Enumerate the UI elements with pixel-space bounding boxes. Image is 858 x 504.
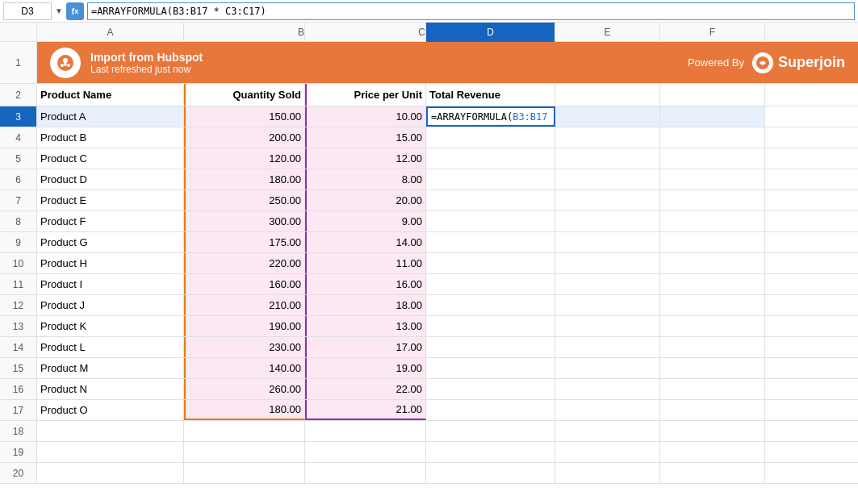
cell-a-14[interactable]: Product L bbox=[37, 337, 184, 357]
cell-b-18[interactable] bbox=[184, 421, 305, 441]
cell-a-17[interactable]: Product O bbox=[37, 400, 184, 420]
cell-b-17[interactable]: 180.00 bbox=[184, 400, 305, 420]
cell-a-15[interactable]: Product M bbox=[37, 358, 184, 378]
cell-b-7[interactable]: 250.00 bbox=[184, 190, 305, 210]
cell-a-20[interactable] bbox=[37, 463, 184, 483]
col-header-e[interactable]: E bbox=[555, 23, 660, 42]
cell-b-16[interactable]: 260.00 bbox=[184, 379, 305, 399]
cell-d-14[interactable] bbox=[426, 337, 555, 357]
cell-e-6[interactable] bbox=[555, 169, 660, 190]
cell-e-15[interactable] bbox=[555, 358, 660, 378]
cell-d-5[interactable] bbox=[426, 148, 555, 169]
cell-d-7[interactable] bbox=[426, 190, 555, 210]
cell-a-16[interactable]: Product N bbox=[37, 379, 184, 399]
cell-c-10[interactable]: 11.00 bbox=[305, 253, 426, 273]
cell-c-14[interactable]: 17.00 bbox=[305, 337, 426, 357]
cell-f-8[interactable] bbox=[660, 211, 765, 231]
cell-c-4[interactable]: 15.00 bbox=[305, 127, 426, 148]
cell-f-16[interactable] bbox=[660, 379, 765, 399]
cell-c-19[interactable] bbox=[305, 442, 426, 462]
cell-e-7[interactable] bbox=[555, 190, 660, 210]
cell-e-9[interactable] bbox=[555, 232, 660, 252]
cell-d-12[interactable] bbox=[426, 295, 555, 315]
cell-d-10[interactable] bbox=[426, 253, 555, 273]
cell-f-10[interactable] bbox=[660, 253, 765, 273]
cell-f-12[interactable] bbox=[660, 295, 765, 315]
cell-b-15[interactable]: 140.00 bbox=[184, 358, 305, 378]
cell-b-6[interactable]: 180.00 bbox=[184, 169, 305, 190]
cell-f-15[interactable] bbox=[660, 358, 765, 378]
cell-f-5[interactable] bbox=[660, 148, 765, 169]
cell-d-4[interactable] bbox=[426, 127, 555, 148]
cell-d-13[interactable] bbox=[426, 316, 555, 336]
cell-b-19[interactable] bbox=[184, 442, 305, 462]
cell-c-13[interactable]: 13.00 bbox=[305, 316, 426, 336]
cell-d-18[interactable] bbox=[426, 421, 555, 441]
formula-input[interactable] bbox=[87, 2, 855, 20]
header-price-per-unit[interactable]: Price per Unit bbox=[305, 84, 426, 106]
cell-d-17[interactable] bbox=[426, 400, 555, 420]
cell-a-4[interactable]: Product B bbox=[37, 127, 184, 148]
cell-c-9[interactable]: 14.00 bbox=[305, 232, 426, 252]
cell-d-16[interactable] bbox=[426, 379, 555, 399]
cell-c-6[interactable]: 8.00 bbox=[305, 169, 426, 190]
cell-c-7[interactable]: 20.00 bbox=[305, 190, 426, 210]
cell-f-18[interactable] bbox=[660, 421, 765, 441]
cell-f-6[interactable] bbox=[660, 169, 765, 190]
cell-a-7[interactable]: Product E bbox=[37, 190, 184, 210]
cell-f-9[interactable] bbox=[660, 232, 765, 252]
cell-e-13[interactable] bbox=[555, 316, 660, 336]
cell-e-16[interactable] bbox=[555, 379, 660, 399]
cell-a-18[interactable] bbox=[37, 421, 184, 441]
cell-a-10[interactable]: Product H bbox=[37, 253, 184, 273]
cell-e-4[interactable] bbox=[555, 127, 660, 148]
cell-f-7[interactable] bbox=[660, 190, 765, 210]
col-header-f[interactable]: F bbox=[660, 23, 765, 42]
header-e[interactable] bbox=[555, 84, 660, 106]
cell-b-4[interactable]: 200.00 bbox=[184, 127, 305, 148]
cell-e-18[interactable] bbox=[555, 421, 660, 441]
cell-d-15[interactable] bbox=[426, 358, 555, 378]
cell-e-17[interactable] bbox=[555, 400, 660, 420]
cell-f-17[interactable] bbox=[660, 400, 765, 420]
col-header-a[interactable]: A bbox=[37, 23, 184, 42]
cell-a-5[interactable]: Product C bbox=[37, 148, 184, 169]
cell-c-8[interactable]: 9.00 bbox=[305, 211, 426, 231]
col-header-b[interactable]: B bbox=[184, 23, 305, 42]
cell-d-19[interactable] bbox=[426, 442, 555, 462]
cell-c-16[interactable]: 22.00 bbox=[305, 379, 426, 399]
cell-c-3[interactable]: 10.00 bbox=[305, 106, 426, 127]
cell-e-11[interactable] bbox=[555, 274, 660, 294]
cell-f-3[interactable] bbox=[660, 106, 765, 127]
cell-a-19[interactable] bbox=[37, 442, 184, 462]
cell-d-20[interactable] bbox=[426, 463, 555, 483]
cell-e-5[interactable] bbox=[555, 148, 660, 169]
cell-b-9[interactable]: 175.00 bbox=[184, 232, 305, 252]
header-total-revenue[interactable]: Total Revenue bbox=[426, 84, 555, 106]
cell-c-20[interactable] bbox=[305, 463, 426, 483]
cell-a-11[interactable]: Product I bbox=[37, 274, 184, 294]
cell-d-9[interactable] bbox=[426, 232, 555, 252]
cell-e-20[interactable] bbox=[555, 463, 660, 483]
cell-b-11[interactable]: 160.00 bbox=[184, 274, 305, 294]
cell-b-5[interactable]: 120.00 bbox=[184, 148, 305, 169]
cell-b-20[interactable] bbox=[184, 463, 305, 483]
cell-e-8[interactable] bbox=[555, 211, 660, 231]
cell-b-12[interactable]: 210.00 bbox=[184, 295, 305, 315]
cell-a-9[interactable]: Product G bbox=[37, 232, 184, 252]
cell-f-20[interactable] bbox=[660, 463, 765, 483]
cell-d-6[interactable] bbox=[426, 169, 555, 190]
cell-f-4[interactable] bbox=[660, 127, 765, 148]
header-product-name[interactable]: Product Name bbox=[37, 84, 184, 106]
cell-b-10[interactable]: 220.00 bbox=[184, 253, 305, 273]
cell-e-19[interactable] bbox=[555, 442, 660, 462]
cell-b-14[interactable]: 230.00 bbox=[184, 337, 305, 357]
cell-d-3[interactable]: =ARRAYFORMULA(B3:B17 * C3:C17) bbox=[426, 106, 555, 127]
cell-c-12[interactable]: 18.00 bbox=[305, 295, 426, 315]
header-f[interactable] bbox=[660, 84, 765, 106]
cell-c-18[interactable] bbox=[305, 421, 426, 441]
cell-e-14[interactable] bbox=[555, 337, 660, 357]
cell-reference-box[interactable] bbox=[3, 2, 52, 20]
col-header-c[interactable]: C bbox=[305, 23, 426, 42]
cell-e-3[interactable] bbox=[555, 106, 660, 127]
